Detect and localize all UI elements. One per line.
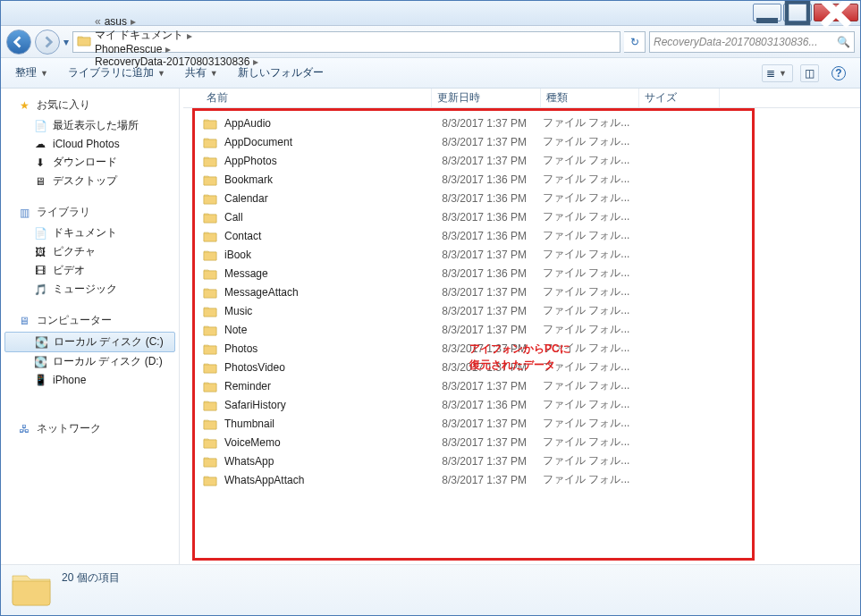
nav-icon: ⬇ [33,156,47,170]
file-name: WhatsApp [224,455,435,468]
details-pane: 20 個の項目 [1,564,860,616]
table-row[interactable]: Message 8/3/2017 1:36 PM ファイル フォル... [192,264,849,283]
file-name: Calendar [224,192,435,205]
table-row[interactable]: Thumbnail 8/3/2017 1:37 PM ファイル フォル... [192,414,849,433]
file-date: 8/3/2017 1:37 PM [435,361,543,374]
sidebar-item[interactable]: 📄最近表示した場所 [1,116,179,135]
file-type: ファイル フォル... [543,378,629,393]
col-type[interactable]: 種類 [541,89,639,107]
history-dropdown-icon[interactable]: ▾ [63,36,69,48]
file-name: AppAudio [224,117,435,130]
file-type: ファイル フォル... [543,153,629,168]
library-icon: ▥ [17,206,31,220]
file-name: iBook [224,249,435,261]
file-date: 8/3/2017 1:37 PM [435,155,543,167]
computer-header[interactable]: 🖥コンピューター [1,311,179,332]
breadcrumb-item[interactable]: PhoneRescue ▸ [95,43,258,55]
close-button[interactable] [814,4,858,21]
folder-icon [203,136,217,148]
sidebar-item[interactable]: 💽ローカル ディスク (D:) [1,352,179,371]
nav-icon [33,391,47,405]
file-type: ファイル フォル... [543,134,629,149]
folder-icon [203,267,217,280]
table-row[interactable]: SafariHistory 8/3/2017 1:36 PM ファイル フォル.… [192,395,849,414]
breadcrumb-item[interactable]: マイ ドキュメント ▸ [95,28,258,43]
view-options-button[interactable]: ≣ ▼ [762,64,793,82]
sidebar-item[interactable]: 📱iPhone [1,371,179,389]
sidebar-item[interactable]: 💽ローカル ディスク (C:) [4,332,175,352]
table-row[interactable]: Call 8/3/2017 1:36 PM ファイル フォル... [192,207,849,226]
folder-icon [203,249,217,261]
file-name: Bookmark [224,173,435,186]
file-type: ファイル フォル... [543,341,629,356]
breadcrumb-item[interactable]: « asus ▸ [95,15,258,28]
table-row[interactable]: Reminder 8/3/2017 1:37 PM ファイル フォル... [192,376,849,395]
table-row[interactable]: Calendar 8/3/2017 1:36 PM ファイル フォル... [192,189,849,207]
sidebar-item[interactable]: 🎞ビデオ [1,261,179,280]
file-date: 8/3/2017 1:37 PM [435,249,543,261]
refresh-button[interactable]: ↻ [624,31,646,53]
network-icon: 🖧 [17,422,31,436]
file-date: 8/3/2017 1:36 PM [435,192,543,205]
sidebar-item[interactable]: ⬇ダウンロード [1,153,179,172]
table-row[interactable]: VoiceMemo 8/3/2017 1:37 PM ファイル フォル... [192,433,849,451]
address-bar[interactable]: « asus ▸マイ ドキュメント ▸PhoneRescue ▸Recovery… [72,31,620,53]
column-headers[interactable]: 名前 更新日時 種類 サイズ [183,89,860,108]
file-date: 8/3/2017 1:37 PM [435,418,543,430]
table-row[interactable]: WhatsAppAttach 8/3/2017 1:37 PM ファイル フォル… [192,470,849,489]
file-name: Call [224,211,435,224]
folder-icon [10,569,53,608]
sidebar-item[interactable]: 🖼ピクチャ [1,242,179,261]
folder-icon [203,211,217,224]
search-input[interactable]: RecoveryData-20170803130836... 🔍 [649,31,855,53]
help-button[interactable]: ? [826,64,851,82]
sidebar-item[interactable]: 🖥デスクトップ [1,172,179,190]
share-menu[interactable]: 共有 ▼ [180,63,225,82]
preview-pane-button[interactable]: ◫ [800,64,819,82]
file-date: 8/3/2017 1:37 PM [435,136,543,148]
sidebar-item[interactable]: 🎵ミュージック [1,280,179,299]
table-row[interactable]: MessageAttach 8/3/2017 1:37 PM ファイル フォル.… [192,283,849,301]
libraries-header[interactable]: ▥ライブラリ [1,203,179,224]
table-row[interactable]: Note 8/3/2017 1:37 PM ファイル フォル... [192,320,849,339]
table-row[interactable]: AppAudio 8/3/2017 1:37 PM ファイル フォル... [192,114,849,132]
file-date: 8/3/2017 1:36 PM [435,173,543,186]
table-row[interactable]: AppDocument 8/3/2017 1:37 PM ファイル フォル... [192,132,849,151]
file-date: 8/3/2017 1:37 PM [435,342,543,355]
table-row[interactable]: Photos 8/3/2017 1:37 PM ファイル フォル... [192,339,849,358]
computer-icon: 🖥 [17,314,31,328]
col-name[interactable]: 名前 [201,89,432,107]
navigation-pane[interactable]: ★お気に入り 📄最近表示した場所☁iCloud Photos⬇ダウンロード🖥デス… [1,89,180,564]
sidebar-item[interactable]: 📄ドキュメント [1,224,179,242]
back-button[interactable] [6,30,31,55]
file-name: VoiceMemo [224,436,435,449]
table-row[interactable]: AppPhotos 8/3/2017 1:37 PM ファイル フォル... [192,151,849,170]
table-row[interactable]: Contact 8/3/2017 1:36 PM ファイル フォル... [192,226,849,245]
table-row[interactable]: PhotosVideo 8/3/2017 1:37 PM ファイル フォル... [192,358,849,376]
minimize-button[interactable] [753,4,781,21]
sidebar-item[interactable]: ☁iCloud Photos [1,135,179,153]
nav-icon: 📄 [33,119,47,133]
table-row[interactable]: WhatsApp 8/3/2017 1:37 PM ファイル フォル... [192,451,849,470]
new-folder-button[interactable]: 新しいフォルダー [232,63,329,82]
breadcrumb[interactable]: « asus ▸マイ ドキュメント ▸PhoneRescue ▸Recovery… [95,15,258,68]
file-type: ファイル フォル... [543,266,629,281]
forward-button[interactable] [35,30,60,55]
col-date[interactable]: 更新日時 [432,89,541,107]
nav-icon: 📄 [33,226,47,240]
col-size[interactable]: サイズ [639,89,720,107]
add-to-library-menu[interactable]: ライブラリに追加 ▼ [63,63,173,82]
favorites-header[interactable]: ★お気に入り [1,96,179,116]
navigation-bar: ▾ « asus ▸マイ ドキュメント ▸PhoneRescue ▸Recove… [1,26,860,58]
file-name: Thumbnail [224,418,435,430]
item-count: 20 個の項目 [62,569,120,586]
table-row[interactable]: Music 8/3/2017 1:37 PM ファイル フォル... [192,301,849,320]
table-row[interactable]: iBook 8/3/2017 1:37 PM ファイル フォル... [192,245,849,264]
network-header[interactable]: 🖧ネットワーク [1,419,179,440]
organize-menu[interactable]: 整理 ▼ [10,63,55,82]
table-row[interactable]: Bookmark 8/3/2017 1:36 PM ファイル フォル... [192,170,849,189]
sidebar-item[interactable] [1,389,179,407]
maximize-button[interactable] [783,4,812,21]
svg-rect-0 [756,18,778,23]
file-name: Photos [224,342,435,355]
